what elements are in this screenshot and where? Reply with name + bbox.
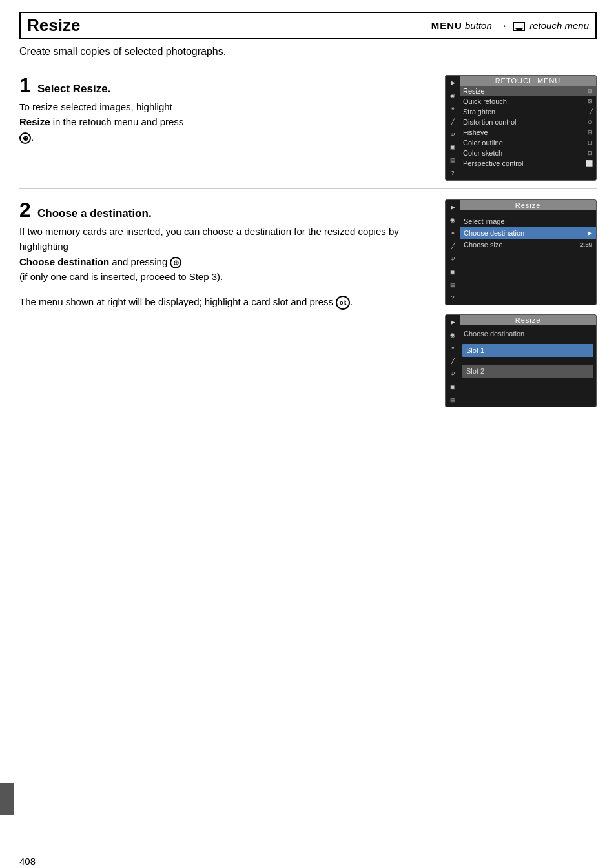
s2-left-icon-6: ▣ [447,266,458,278]
menu-item-color-outline-label: Color outline [463,139,503,146]
arrow-symbol: → [498,20,508,31]
step-1-screen: ▶ ◉ ⁕ ╱ Ψ ▣ ▤ ? RETOUCH MENU Re [445,75,597,181]
screen-3-inner: ▶ ◉ ⁕ ╱ Ψ ▣ ▤ Resize Ch [446,315,596,407]
menu-item-perspective-label: Perspective control [463,159,524,167]
s3-left-icon-4: ╱ [447,355,458,367]
menu-area-2: Resize Select image Choose destination ▶ [460,200,596,305]
left-icon-6: ▣ [447,141,458,153]
menu-item-distortion-icon: ⊙ [588,119,593,125]
step-2-screens: ▶ ◉ ⁕ ╱ Ψ ▣ ▤ ? Resize [445,199,597,407]
menu-item-distortion-label: Distortion control [463,118,517,126]
step-1-body-line1: To resize selected images, highlight [19,101,172,112]
step-1-body-bold: Resize [19,116,50,127]
left-icon-3: ⁕ [447,103,458,114]
screen2-item-dest: Choose destination ▶ [460,227,596,239]
side-tab [0,783,14,815]
screen2-item-select: Select image [460,216,596,227]
s3-left-icon-2: ◉ [447,329,458,341]
screen-1-title: RETOUCH MENU [460,76,596,86]
s3-left-icon-5: Ψ [447,368,458,379]
menu-area-1: RETOUCH MENU Resize ⊟ Quick retouch ⊠ St… [460,76,596,180]
page-wrapper: Resize MENU button → retouch menu Create… [0,12,616,868]
step-2-heading: Choose a destination. [37,207,152,219]
s2-left-icon-1: ▶ [447,201,458,213]
step-1-heading: Select Resize. [37,83,110,95]
step-1-body: To resize selected images, highlight Res… [19,99,433,145]
camera-screen-3: ▶ ◉ ⁕ ╱ Ψ ▣ ▤ Resize Ch [445,314,597,407]
screen-2-title: Resize [460,200,596,210]
page-number: 408 [19,856,36,867]
step-2-left: 2 Choose a destination. If two memory ca… [19,199,433,407]
menu-item-straighten: Straighten ╱ [460,106,596,117]
s3-left-icon-3: ⁕ [447,342,458,354]
screen-3-slot-1: Slot 1 [462,344,593,357]
menu-item-fisheye: Fisheye ⊞ [460,127,596,137]
retouch-menu-label: retouch menu [529,20,589,31]
menu-item-perspective: Perspective control ⬜ [460,158,596,168]
step-1: 1 Select Resize. To resize selected imag… [19,75,597,181]
menu-item-color-outline-icon: ⊡ [588,139,593,146]
camera-screen-2: ▶ ◉ ⁕ ╱ Ψ ▣ ▤ ? Resize [445,199,597,305]
page-header: Resize MENU button → retouch menu [19,12,597,39]
step-2-body-para2: The menu shown at right will be displaye… [19,294,433,310]
screen2-item-select-label: Select image [464,217,505,225]
menu-item-color-sketch-icon: ⊡ [588,150,593,156]
screen2-item-size-value: 2.5M [580,241,592,248]
screen-1-left-icons: ▶ ◉ ⁕ ╱ Ψ ▣ ▤ ? [446,76,460,180]
step-2-heading-row: 2 Choose a destination. [19,199,433,220]
screen-3-subtitle: Choose destination [464,330,524,338]
menu-item-straighten-label: Straighten [463,108,495,116]
screen-3-slot-2: Slot 2 [462,365,593,378]
left-icon-5: Ψ [447,128,458,140]
menu-item-color-sketch-label: Color sketch [463,149,502,157]
step-2-row: 2 Choose a destination. If two memory ca… [19,199,597,407]
left-icon-4: ╱ [447,116,458,127]
step-2-para1-text1: If two memory cards are inserted, you ca… [19,226,399,252]
screen-2-inner: ▶ ◉ ⁕ ╱ Ψ ▣ ▤ ? Resize [446,200,596,305]
header-subtitle: MENU button → retouch menu [431,20,589,31]
menu-item-quick-retouch: Quick retouch ⊠ [460,96,596,106]
step-2-bold1: Choose destination [19,256,109,267]
step-1-ok-circle: ⊕ [19,132,31,144]
s2-left-icon-2: ◉ [447,214,458,226]
step-2-para1-text2: and pressing [112,256,170,267]
retouch-menu-icon [513,22,525,31]
s3-left-icon-1: ▶ [447,316,458,328]
screen-1-inner: ▶ ◉ ⁕ ╱ Ψ ▣ ▤ ? RETOUCH MENU Re [446,76,596,180]
s3-left-icon-6: ▣ [447,381,458,392]
step-2-circle: ⊕ [170,257,181,268]
page-title: Resize [27,15,80,35]
menu-item-fisheye-label: Fisheye [463,128,488,136]
step-1-left: 1 Select Resize. To resize selected imag… [19,75,433,181]
step-2-ok-icon: ok [336,296,350,310]
s2-left-icon-5: Ψ [447,253,458,265]
page-subtitle: Create small copies of selected photogra… [19,46,597,63]
menu-item-resize-icon: ⊟ [588,88,593,94]
s2-left-icon-4: ╱ [447,240,458,252]
left-icon-2: ◉ [447,90,458,101]
step-2-para1-text3: (if only one card is inserted, proceed t… [19,271,223,282]
s3-left-icon-7: ▤ [447,394,458,405]
left-icon-8: ? [447,167,458,179]
menu-item-resize: Resize ⊟ [460,86,596,96]
camera-screen-1: ▶ ◉ ⁕ ╱ Ψ ▣ ▤ ? RETOUCH MENU Re [445,75,597,181]
menu-area-3: Resize Choose destination Slot 1 [460,315,596,407]
menu-item-straighten-icon: ╱ [590,108,593,115]
screen2-item-dest-label: Choose destination [464,229,524,237]
menu-label: MENU [431,20,462,31]
button-text: button [465,20,492,31]
menu-item-perspective-icon: ⬜ [586,160,593,167]
s2-left-icon-7: ▤ [447,279,458,290]
menu-item-color-outline: Color outline ⊡ [460,137,596,148]
step-1-body-line2: in the retouch menu and press [53,116,184,127]
menu-item-quick-label: Quick retouch [463,97,507,105]
content-area: 1 Select Resize. To resize selected imag… [19,75,597,407]
screen-3-left-icons: ▶ ◉ ⁕ ╱ Ψ ▣ ▤ [446,315,460,407]
s2-left-icon-8: ? [447,292,458,303]
step-1-number: 1 [19,74,31,97]
menu-item-distortion: Distortion control ⊙ [460,117,596,127]
screen-3-slot-2-label: Slot 2 [466,367,484,375]
step-2-body-para1: If two memory cards are inserted, you ca… [19,224,433,284]
screen-3-title: Resize [460,315,596,325]
menu-item-fisheye-icon: ⊞ [588,129,593,136]
